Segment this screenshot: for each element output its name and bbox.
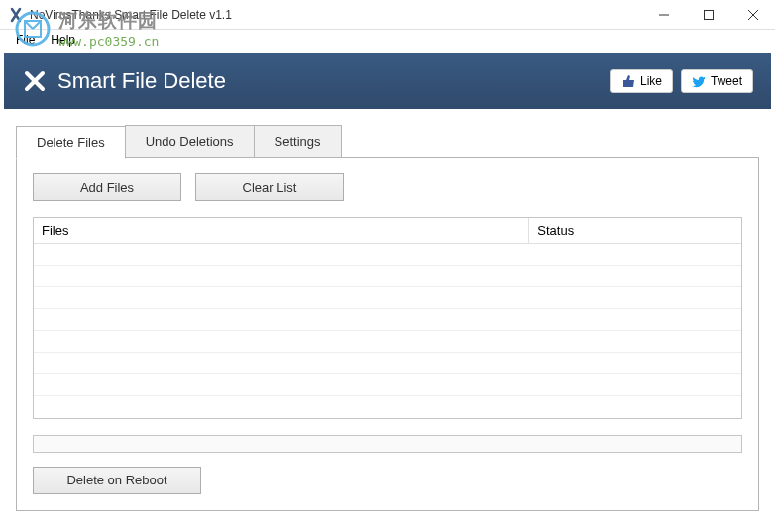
column-header-status[interactable]: Status	[529, 218, 741, 244]
table-row	[34, 331, 741, 353]
menu-help[interactable]: Help	[43, 31, 83, 49]
window-title: NoVirusThanks Smart File Delete v1.1	[30, 8, 641, 22]
table-row	[34, 309, 741, 331]
delete-on-reboot-button[interactable]: Delete on Reboot	[33, 467, 201, 494]
table-row	[34, 244, 741, 266]
tweet-button[interactable]: Tweet	[681, 69, 753, 93]
maximize-button[interactable]	[686, 0, 730, 30]
file-table: Files Status	[34, 218, 741, 418]
column-header-files[interactable]: Files	[34, 218, 529, 244]
twitter-icon	[692, 74, 706, 88]
app-icon	[8, 7, 24, 23]
table-row	[34, 396, 741, 418]
table-row	[34, 287, 741, 309]
clear-list-button[interactable]: Clear List	[195, 173, 344, 201]
add-files-button[interactable]: Add Files	[33, 173, 181, 201]
like-button[interactable]: Like	[610, 69, 673, 93]
like-label: Like	[640, 74, 662, 88]
tab-bar: Delete Files Undo Deletions Settings	[16, 125, 759, 158]
header-x-icon	[22, 68, 48, 94]
minimize-button[interactable]	[641, 0, 686, 30]
toolbar: Add Files Clear List	[33, 173, 742, 201]
header-banner: Smart File Delete Like Tweet	[4, 53, 771, 109]
file-table-container: Files Status	[33, 217, 742, 419]
header-title: Smart File Delete	[57, 68, 603, 94]
tab-delete-files[interactable]: Delete Files	[16, 126, 126, 159]
window-titlebar: NoVirusThanks Smart File Delete v1.1	[0, 0, 775, 30]
content-area: Delete Files Undo Deletions Settings Add…	[0, 113, 775, 523]
menu-bar: File Help	[0, 30, 775, 50]
tab-content: Add Files Clear List Files Status	[16, 158, 759, 511]
close-button[interactable]	[730, 0, 775, 30]
tweet-label: Tweet	[711, 74, 742, 88]
table-row	[34, 353, 741, 374]
table-row	[34, 374, 741, 396]
table-row	[34, 266, 741, 287]
menu-file[interactable]: File	[8, 31, 43, 49]
progress-bar	[33, 435, 742, 453]
like-icon	[621, 74, 635, 88]
svg-rect-2	[704, 11, 713, 20]
tab-settings[interactable]: Settings	[254, 125, 342, 157]
tab-undo-deletions[interactable]: Undo Deletions	[125, 125, 255, 157]
